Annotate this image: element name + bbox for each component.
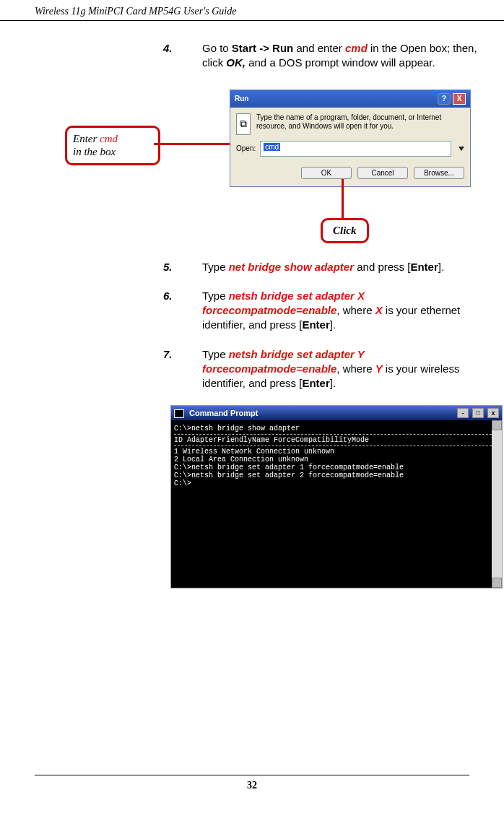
cmd-line: C:\>netsh bridge show adapter xyxy=(174,425,499,432)
run-description: Type the name of a program, folder, docu… xyxy=(256,113,464,135)
cancel-button[interactable]: Cancel xyxy=(357,167,408,179)
step-7: 7. Type netsh bridge set adapter Y force… xyxy=(163,347,478,391)
doc-header: Wireless 11g MiniPCI Card MP54G User's G… xyxy=(0,0,504,21)
cmd-title-icons: - □ x xyxy=(456,408,499,418)
scroll-up-icon[interactable] xyxy=(492,420,502,430)
text: , where xyxy=(336,362,375,375)
text: and enter xyxy=(293,42,345,54)
cmd-line: C:\>netsh bridge set adapter 1 forcecomp… xyxy=(174,464,499,471)
run-title-text: Run xyxy=(235,95,248,103)
step-number: 4. xyxy=(163,41,202,71)
click-callout: Click xyxy=(321,218,369,243)
minimize-icon[interactable]: - xyxy=(457,408,469,418)
ok-label: OK, xyxy=(226,56,246,69)
run-open-row: Open: cmd xyxy=(230,141,470,162)
step-4: 4. Go to Start -> Run and enter cmd in t… xyxy=(163,41,478,71)
command: net bridge show adapter xyxy=(229,261,354,273)
text: ]. xyxy=(330,318,336,331)
text: Type xyxy=(202,290,229,302)
cmd-app-icon xyxy=(174,409,184,418)
text: ]. xyxy=(438,261,444,273)
step-number: 5. xyxy=(163,260,202,274)
run-diagram: Enter cmd in the box Run ? X ⧉ Type the … xyxy=(26,85,478,251)
run-dialog: Run ? X ⧉ Type the name of a program, fo… xyxy=(230,90,471,187)
divider xyxy=(174,445,499,446)
cmd-line: C:\> xyxy=(174,479,499,487)
cmd-title-text: Command Prompt xyxy=(189,409,258,417)
step-body: Go to Start -> Run and enter cmd in the … xyxy=(202,41,478,71)
command-prompt-window: Command Prompt - □ x C:\>netsh bridge sh… xyxy=(170,405,503,588)
menu-path: Start -> Run xyxy=(232,42,293,54)
titlebar-icons: ? X xyxy=(438,93,466,105)
text: Type xyxy=(202,261,229,273)
close-icon[interactable]: X xyxy=(453,93,466,105)
cmd-body[interactable]: C:\>netsh bridge show adapter ID Adapter… xyxy=(171,420,502,588)
run-body: ⧉ Type the name of a program, folder, do… xyxy=(230,108,470,141)
text: Enter xyxy=(73,133,100,144)
cmd-line: ID AdapterFriendlyName ForceCompatibilit… xyxy=(174,436,499,444)
dropdown-icon[interactable] xyxy=(459,147,464,151)
text: in the box xyxy=(73,146,116,157)
text: , where xyxy=(336,304,375,316)
help-icon[interactable]: ? xyxy=(438,93,451,105)
step-6: 6. Type netsh bridge set adapter X force… xyxy=(163,289,478,333)
text: Go to xyxy=(202,42,232,54)
page-number: 32 xyxy=(35,775,469,791)
cmd-keyword: cmd xyxy=(345,42,368,54)
browse-button[interactable]: Browse... xyxy=(414,167,464,179)
placeholder-y: Y xyxy=(375,362,383,375)
open-input-value: cmd xyxy=(264,143,280,151)
open-input[interactable]: cmd xyxy=(260,141,451,157)
close-icon[interactable]: x xyxy=(487,408,499,418)
step-5: 5. Type net bridge show adapter and pres… xyxy=(163,260,478,274)
divider xyxy=(174,434,499,435)
text: ]. xyxy=(330,377,336,389)
key: Enter xyxy=(302,377,329,389)
key: Enter xyxy=(410,261,438,273)
cmd-titlebar: Command Prompt - □ x xyxy=(171,406,502,420)
page-content: 4. Go to Start -> Run and enter cmd in t… xyxy=(0,21,504,588)
maximize-icon[interactable]: □ xyxy=(472,408,484,418)
text: and a DOS prompt window will appear. xyxy=(246,56,435,69)
click-line xyxy=(342,179,344,218)
open-label: Open: xyxy=(236,144,256,152)
cmd-line: 1 Wireless Network Connection unknown xyxy=(174,448,499,456)
step-body: Type netsh bridge set adapter X forcecom… xyxy=(202,289,478,333)
run-titlebar: Run ? X xyxy=(230,90,470,108)
step-number: 7. xyxy=(163,347,202,391)
text: and press [ xyxy=(354,261,410,273)
key: Enter xyxy=(302,318,329,331)
enter-cmd-callout: Enter cmd in the box xyxy=(65,126,160,166)
run-app-icon: ⧉ xyxy=(236,113,251,135)
cmd-line: C:\>netsh bridge set adapter 2 forcecomp… xyxy=(174,471,499,479)
scrollbar[interactable] xyxy=(492,420,502,588)
run-buttons: OK Cancel Browse... xyxy=(230,162,470,186)
cmd-keyword: cmd xyxy=(100,133,118,144)
placeholder-x: X xyxy=(375,304,383,316)
ok-button[interactable]: OK xyxy=(301,167,352,179)
scroll-down-icon[interactable] xyxy=(492,578,502,588)
step-body: Type netsh bridge set adapter Y forcecom… xyxy=(202,347,478,391)
text: Type xyxy=(202,348,229,360)
step-number: 6. xyxy=(163,289,202,333)
cmd-line: 2 Local Area Connection unknown xyxy=(174,456,499,464)
step-body: Type net bridge show adapter and press [… xyxy=(202,260,478,274)
